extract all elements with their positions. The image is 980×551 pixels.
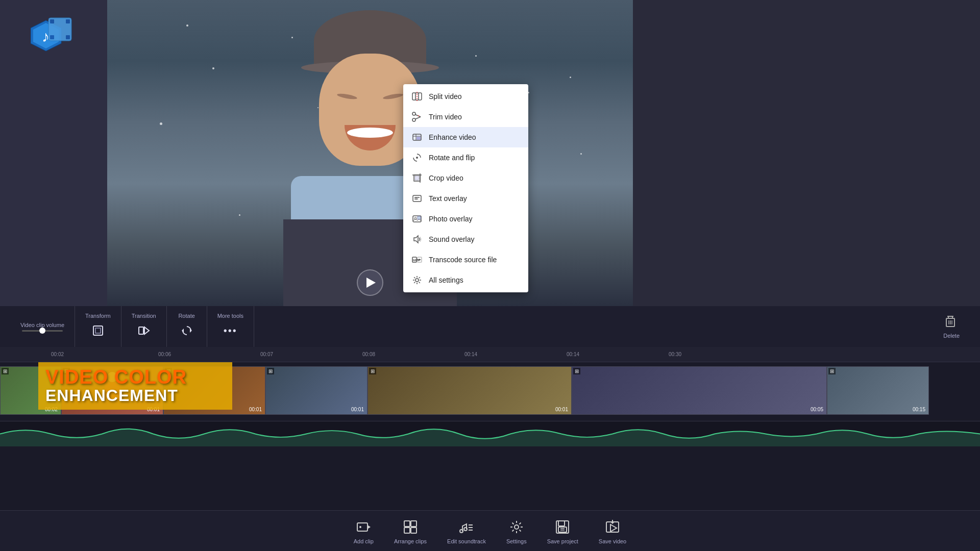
edit-soundtrack-icon [457, 518, 476, 536]
trim-video-label: Trim video [429, 113, 462, 121]
add-clip-icon [354, 518, 373, 536]
right-eye [383, 93, 404, 101]
delete-label: Delete [943, 333, 960, 339]
ruler-mark-7: 00:14 [567, 352, 579, 357]
app-logo-icon: ♪ [31, 15, 77, 61]
svg-marker-75 [610, 522, 615, 524]
waveform-svg [0, 421, 980, 446]
menu-item-photo-overlay[interactable]: Photo overlay [403, 209, 528, 229]
more-tools-label: More tools [217, 313, 243, 319]
svg-point-62 [464, 528, 467, 531]
enhance-video-label: Enhance video [429, 133, 476, 141]
menu-item-crop-video[interactable]: Crop video [403, 168, 528, 188]
svg-rect-7 [66, 35, 70, 39]
more-tools-button[interactable]: ••• [220, 321, 240, 340]
settings-icon [507, 518, 526, 536]
transition-button[interactable] [134, 321, 154, 340]
rotate-flip-icon [411, 152, 423, 163]
sidebar: ♪ [0, 0, 107, 306]
clip-5[interactable]: ⊞ 00:01 [368, 366, 572, 415]
clip-4[interactable]: ⊞ 00:01 [265, 366, 368, 415]
overlay-title: VIDEO COLOR [45, 367, 225, 387]
menu-item-rotate-flip[interactable]: Rotate and flip [403, 147, 528, 168]
ruler-mark-1: 00:02 [51, 352, 64, 357]
menu-item-sound-overlay[interactable]: Sound overlay [403, 229, 528, 249]
svg-point-61 [460, 530, 463, 533]
menu-item-all-settings[interactable]: All settings [403, 270, 528, 290]
settings-button[interactable]: Settings [506, 518, 527, 544]
clip-6-duration: 00:05 [811, 407, 823, 412]
save-project-button[interactable]: Save project [547, 518, 578, 544]
svg-rect-57 [404, 521, 410, 527]
clip-6[interactable]: ⊞ 00:05 [572, 366, 827, 415]
svg-rect-4 [50, 19, 54, 23]
sound-overlay-label: Sound overlay [429, 235, 475, 243]
clip-6-icon: ⊞ [573, 368, 580, 374]
crop-video-label: Crop video [429, 174, 463, 182]
save-project-icon [553, 518, 572, 536]
toolbar-area: Video clip volume Transform Transition R… [0, 306, 980, 347]
svg-rect-32 [418, 216, 421, 219]
overlay-subtitle: ENHANCEMENT [45, 387, 225, 405]
volume-control[interactable] [22, 330, 63, 332]
rotate-flip-label: Rotate and flip [429, 154, 475, 162]
svg-rect-42 [139, 327, 143, 334]
menu-item-text-overlay[interactable]: T Text overlay [403, 188, 528, 209]
svg-marker-73 [610, 524, 617, 532]
svg-rect-58 [411, 521, 416, 527]
edit-soundtrack-button[interactable]: Edit soundtrack [447, 518, 486, 544]
svg-line-14 [415, 115, 421, 117]
svg-rect-59 [404, 528, 410, 533]
ruler-mark-3: 00:07 [260, 352, 273, 357]
delete-button[interactable]: Delete [943, 314, 970, 340]
svg-rect-69 [558, 527, 567, 532]
photo-overlay-label: Photo overlay [429, 215, 473, 223]
clip-5-duration: 00:01 [555, 407, 568, 412]
settings-label: Settings [506, 538, 527, 544]
video-frame [107, 0, 633, 306]
arrange-clips-icon [401, 518, 420, 536]
ruler-mark-2: 00:06 [158, 352, 171, 357]
split-video-icon [411, 91, 423, 102]
transform-button[interactable] [88, 321, 108, 340]
clip-5-icon: ⊞ [369, 368, 376, 374]
toolbar-volume-section: Video clip volume [10, 306, 75, 347]
transcode-icon: MP4 [411, 254, 423, 265]
volume-label: Video clip volume [20, 322, 64, 328]
right-panel [633, 0, 980, 306]
save-video-button[interactable]: Save video [599, 518, 626, 544]
svg-rect-41 [95, 328, 101, 333]
video-preview-area [107, 0, 633, 306]
clip-3-duration: 00:01 [249, 407, 262, 412]
clip-4-duration: 00:01 [351, 407, 364, 412]
menu-item-split-video[interactable]: Split video [403, 86, 528, 107]
play-button[interactable] [357, 269, 383, 296]
clip-7[interactable]: ⊞ 00:15 [827, 366, 929, 415]
menu-item-trim-video[interactable]: Trim video [403, 107, 528, 127]
volume-slider-thumb[interactable] [39, 328, 45, 334]
svg-marker-54 [368, 525, 371, 529]
arrange-clips-button[interactable]: Arrange clips [394, 518, 427, 544]
smile [345, 125, 396, 151]
menu-item-enhance-video[interactable]: Enhance video [403, 127, 528, 147]
split-video-label: Split video [429, 92, 462, 101]
rotate-button[interactable] [177, 321, 197, 340]
edit-soundtrack-label: Edit soundtrack [447, 538, 486, 544]
save-video-icon [603, 518, 622, 536]
all-settings-icon [411, 274, 423, 286]
save-project-label: Save project [547, 538, 578, 544]
svg-rect-60 [411, 528, 416, 533]
svg-marker-37 [419, 259, 421, 261]
svg-rect-68 [558, 521, 565, 526]
toolbar-more-tools-section: More tools ••• [207, 306, 254, 347]
svg-marker-33 [414, 236, 418, 243]
menu-item-transcode[interactable]: MP4 Transcode source file [403, 249, 528, 270]
svg-point-13 [412, 118, 415, 121]
toolbar-transition-section: Transition [121, 306, 167, 347]
add-clip-button[interactable]: Add clip [354, 518, 374, 544]
trim-video-icon [411, 111, 423, 122]
all-settings-label: All settings [429, 276, 463, 284]
volume-slider-track[interactable] [22, 330, 63, 332]
toolbar-transform-section: Transform [75, 306, 121, 347]
svg-rect-5 [50, 35, 54, 39]
